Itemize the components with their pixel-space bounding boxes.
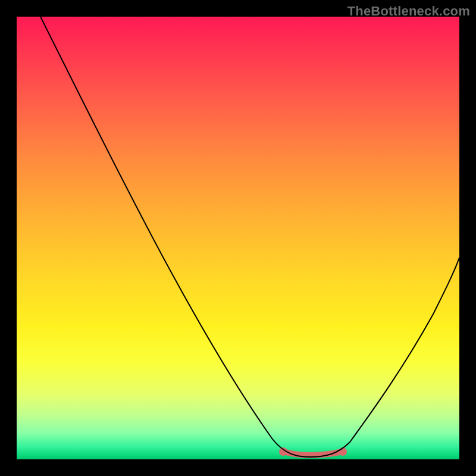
bottleneck-curve: [40, 17, 459, 457]
chart-container: TheBottleneck.com: [0, 0, 476, 476]
curve-svg: [17, 17, 459, 459]
plot-area: [17, 17, 459, 459]
